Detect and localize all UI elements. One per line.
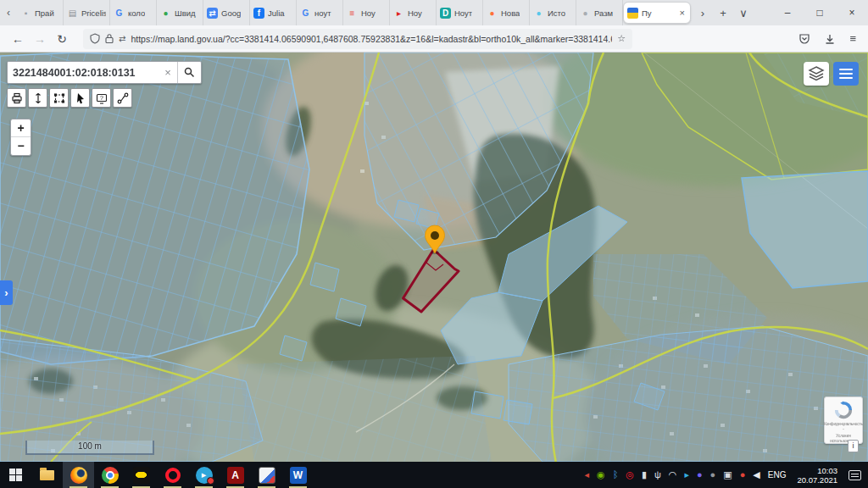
map-menu-button[interactable] — [833, 62, 859, 86]
cadastral-search-input[interactable] — [8, 67, 159, 79]
maximize-button[interactable]: □ — [804, 0, 836, 25]
browser-tab[interactable]: ▸ Ноу — [390, 0, 437, 25]
tray-icon[interactable]: ▸ — [684, 462, 689, 488]
tab-scroll-left-button[interactable]: ‹ — [0, 7, 17, 19]
recaptcha-privacy-text: Конфиденциальность - — [824, 422, 863, 431]
browser-tab[interactable]: ● Исто — [530, 0, 576, 25]
clock-time: 10:03 — [817, 466, 837, 475]
tray-icon[interactable]: ◎ — [626, 462, 634, 488]
side-panel-toggle[interactable]: › — [0, 280, 13, 305]
measure-distance-button[interactable] — [28, 88, 47, 108]
tray-icon[interactable]: ᛒ — [613, 462, 619, 488]
tracking-protection-shield-icon — [90, 33, 100, 44]
tray-icon[interactable]: ● — [697, 462, 703, 488]
taskbar-clock[interactable]: 10:03 20.07.2021 — [793, 466, 837, 485]
tray-icon[interactable]: ◉ — [597, 462, 605, 488]
tab-favicon: ⇄ — [207, 8, 218, 19]
browser-tab[interactable]: ▤ Pricelist_М — [64, 0, 110, 25]
close-button[interactable]: × — [836, 0, 868, 25]
taskbar-opera[interactable] — [157, 462, 188, 488]
recaptcha-badge[interactable]: Конфиденциальность - Условия использован… — [824, 396, 863, 444]
download-icon[interactable] — [824, 33, 836, 45]
taskbar-acrobat[interactable]: A — [220, 462, 251, 488]
telegram-icon: ▸ — [196, 467, 213, 484]
active-tab[interactable]: Пу × — [623, 2, 691, 24]
tray-icons: ◂ ◉ ᛒ ◎ ▮ ψ ◠ ▸ ● ● — [585, 462, 760, 488]
taskbar-image-editor[interactable] — [251, 462, 282, 488]
tab-label: Разм — [594, 8, 613, 18]
browser-tab-bar: ‹ ▪ Прай ▤ Pricelist_М G коло ● — [0, 0, 868, 25]
search-button[interactable] — [177, 62, 201, 83]
back-button[interactable]: ← — [7, 32, 29, 46]
browser-tab[interactable]: G ноут — [297, 0, 343, 25]
taskbar-firefox[interactable] — [63, 462, 94, 488]
tray-icon[interactable]: ◂ — [585, 462, 590, 488]
tab-close-button[interactable]: × — [678, 8, 687, 18]
taskbar-telegram[interactable]: ▸ — [188, 462, 220, 488]
print-button[interactable] — [7, 88, 26, 108]
minimize-button[interactable]: – — [771, 0, 804, 25]
pointer-tool-button[interactable] — [70, 88, 90, 108]
tray-icon[interactable]: ● — [740, 462, 746, 488]
reload-button[interactable]: ↻ — [51, 32, 73, 46]
scale-bar: 100 m — [25, 441, 154, 455]
list-all-tabs-button[interactable]: ∨ — [733, 7, 754, 19]
tray-icon[interactable]: ▮ — [642, 462, 647, 488]
tray-icon[interactable]: ● — [710, 462, 716, 488]
map-viewport[interactable] — [0, 53, 868, 462]
bookmark-star-icon[interactable]: ☆ — [617, 33, 626, 44]
tray-icon[interactable]: ◠ — [669, 462, 677, 488]
layers-button[interactable] — [804, 62, 829, 86]
lock-icon — [104, 33, 114, 44]
tray-icon[interactable]: ▣ — [723, 462, 732, 488]
tab-strip: ▪ Прай ▤ Pricelist_М G коло ● Швид — [17, 0, 623, 25]
taskbar-start-button[interactable] — [0, 462, 31, 488]
tray-icon[interactable]: ◀ — [753, 462, 760, 488]
zoom-in-button[interactable]: + — [11, 119, 31, 137]
tab-scroll-right-button[interactable]: › — [693, 7, 713, 19]
hamburger-menu-icon[interactable]: ≡ — [849, 32, 856, 45]
browser-tab[interactable]: ● Швид — [157, 0, 203, 25]
browser-tab[interactable]: ● Нова — [483, 0, 530, 25]
taskbar-chrome[interactable] — [94, 462, 125, 488]
browser-tab[interactable]: D Ноут — [437, 0, 483, 25]
measure-distance-icon — [32, 92, 44, 104]
printer-icon — [11, 92, 23, 104]
zoom-control: + − — [10, 119, 31, 156]
taskbar-word[interactable]: W — [282, 462, 314, 488]
taskbar-file-explorer[interactable] — [31, 462, 63, 488]
firefox-icon — [70, 467, 87, 484]
browser-tab[interactable]: ⇄ Goog — [203, 0, 250, 25]
tab-label: Goog — [221, 8, 241, 18]
cursor-icon — [75, 92, 86, 104]
url-bar[interactable]: ⇄ https://map.land.gov.ua/?cc=3381414.06… — [83, 29, 632, 49]
browser-tab[interactable]: ▪ Прай — [17, 0, 64, 25]
zoom-out-button[interactable]: − — [11, 137, 31, 155]
browser-tab[interactable]: f Julia — [250, 0, 297, 25]
search-clear-button[interactable]: × — [159, 66, 177, 79]
language-indicator[interactable]: ENG — [768, 470, 787, 480]
tab-label: коло — [128, 8, 145, 18]
tray-icon[interactable]: ψ — [654, 462, 661, 488]
action-center-icon[interactable] — [849, 470, 861, 480]
forward-button[interactable]: → — [29, 32, 51, 46]
pocket-icon[interactable] — [798, 33, 810, 45]
map-info-button[interactable]: i — [848, 440, 859, 452]
cadastral-search-box: × — [7, 61, 202, 84]
tab-label: Нова — [501, 8, 520, 18]
windows-taskbar: ▸ A W ◂ ◉ ᛒ ◎ ▮ ψ — [0, 462, 868, 488]
taskbar-batman-app[interactable] — [125, 462, 157, 488]
browser-tab[interactable]: G коло — [110, 0, 157, 25]
measure-area-button[interactable] — [49, 88, 69, 108]
route-tool-button[interactable] — [113, 88, 132, 108]
browser-tab[interactable]: ● Разм — [576, 0, 623, 25]
layers-icon — [808, 66, 825, 81]
word-icon: W — [290, 467, 307, 484]
browser-tab[interactable]: ≡ Ноу — [343, 0, 390, 25]
help-button[interactable]: ? — [92, 88, 111, 108]
new-tab-button[interactable]: + — [713, 7, 733, 19]
image-editor-icon — [259, 467, 275, 484]
url-text: https://map.land.gov.ua/?cc=3381414.0659… — [131, 34, 612, 44]
active-tab-label: Пу — [642, 8, 652, 18]
permissions-icon: ⇄ — [119, 34, 125, 43]
